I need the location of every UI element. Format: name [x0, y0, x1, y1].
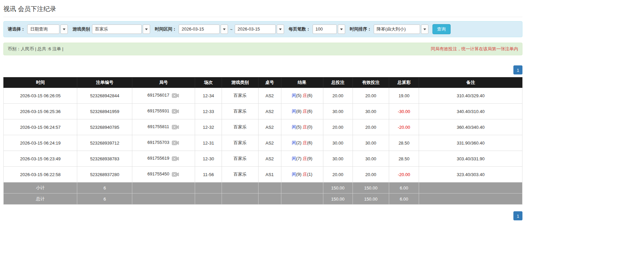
cell-game-type: 百家乐 [222, 151, 258, 167]
cell-payout: 28.50 [389, 135, 419, 151]
subtotal-payout: 6.00 [389, 182, 419, 194]
time-sort-select[interactable]: 降幂(由大到小) [374, 24, 428, 34]
column-header: 游戏类别 [222, 77, 258, 88]
result-banker-label: 庄 [303, 93, 307, 98]
cell-game-type: 百家乐 [222, 88, 258, 104]
date-to-dropdown-button[interactable] [277, 24, 284, 34]
empty-cell [258, 182, 281, 194]
result-player-label: 闲 [292, 172, 296, 177]
cell-bet-id: 523268939712 [77, 135, 132, 151]
grand-total-total-bet: 150.00 [323, 194, 353, 205]
game-type-dropdown-button[interactable] [143, 24, 150, 34]
column-header: 时间 [4, 77, 77, 88]
date-from-dropdown-button[interactable] [221, 24, 228, 34]
grand-total-label: 总计 [4, 194, 77, 205]
time-sort-label: 时间排序： [350, 26, 372, 32]
page-1-button[interactable]: 1 [513, 211, 522, 220]
video-replay-button[interactable] [171, 155, 180, 162]
empty-cell [258, 194, 281, 205]
page-header: 视讯 会员下注纪录 [3, 5, 522, 17]
column-header: 注单编号 [77, 77, 132, 88]
page-1-button[interactable]: 1 [513, 65, 522, 74]
result-banker-score: (6) [307, 140, 312, 145]
query-type-select[interactable]: 日期查询 [27, 24, 68, 34]
video-replay-button[interactable] [171, 108, 180, 115]
result-banker-score: (9) [307, 156, 312, 161]
search-button[interactable]: 查询 [432, 24, 451, 34]
game-type-value: 百家乐 [92, 24, 142, 34]
result-player-score: (8) [296, 109, 302, 114]
cell-result: 闲(5) 庄(0) [281, 119, 323, 135]
column-header: 场次 [195, 77, 222, 88]
page-size-dropdown-button[interactable] [338, 24, 345, 34]
video-replay-button[interactable] [171, 92, 180, 99]
video-replay-button[interactable] [171, 124, 180, 130]
column-header: 总派彩 [389, 77, 419, 88]
query-type-dropdown-button[interactable] [60, 24, 68, 34]
cell-total-bet[interactable]: 30.00 [323, 135, 353, 151]
round-id-text: 691755811 [148, 124, 169, 129]
cell-time: 2026-03-15 06:25:36 [4, 104, 77, 119]
cell-bet-id: 523268937280 [77, 167, 132, 182]
notice-text: 同局有效投注，统一计算在该局第一张注单内 [431, 46, 518, 52]
cell-session: 12-34 [195, 88, 222, 104]
empty-cell [195, 182, 222, 194]
cell-note: 303.40/331.90 [419, 151, 522, 167]
cell-total-bet[interactable]: 30.00 [323, 151, 353, 167]
grand-total-row: 总计 6 150.00 150.00 6.00 [4, 194, 522, 205]
date-range-separator: ~ [230, 27, 233, 32]
cell-table-no: AS2 [258, 88, 281, 104]
video-camera-icon [172, 93, 179, 98]
cell-game-type: 百家乐 [222, 104, 258, 119]
cell-table-no: AS2 [258, 119, 281, 135]
table-row: 2026-03-15 06:24:57 523268940785 6917558… [4, 119, 522, 135]
cell-time: 2026-03-15 06:24:19 [4, 135, 77, 151]
cell-valid-bet: 30.00 [353, 135, 389, 151]
date-from-value: 2026-03-15 [179, 24, 220, 34]
cell-result: 闲(8) 庄(6) [281, 104, 323, 119]
result-player-score: (5) [296, 124, 302, 129]
empty-cell [222, 182, 258, 194]
round-id-text: 691755931 [147, 108, 169, 113]
filter-bar: 请选择： 日期查询 游戏类别 百家乐 时间区间： 2026-03-15 ~ 20… [3, 21, 522, 37]
time-sort-dropdown-button[interactable] [421, 24, 428, 34]
cell-valid-bet: 20.00 [353, 88, 389, 104]
cell-note: 310.40/329.40 [419, 88, 522, 104]
game-type-select[interactable]: 百家乐 [92, 24, 150, 34]
result-player-score: (2) [296, 140, 302, 145]
empty-cell [419, 194, 522, 205]
empty-cell [132, 194, 195, 205]
result-player-score: (5) [296, 93, 302, 98]
cell-round-id: 691755931 [132, 104, 195, 119]
result-banker-label: 庄 [303, 109, 307, 114]
table-row: 2026-03-15 06:23:49 523268938783 6917556… [4, 151, 522, 167]
date-to-picker[interactable]: 2026-03-15 [235, 24, 284, 34]
table-header-row: 时间注单编号局号场次游戏类别桌号结果总投注有效投注总派彩备注 [4, 77, 522, 88]
date-to-value: 2026-03-15 [235, 24, 276, 34]
cell-total-bet[interactable]: 30.00 [323, 104, 353, 119]
empty-cell [222, 194, 258, 205]
table-body: 2026-03-15 06:26:05 523268942844 6917560… [4, 88, 522, 182]
chevron-down-icon [340, 29, 343, 30]
empty-cell [281, 194, 323, 205]
video-camera-icon [172, 140, 179, 146]
result-banker-label: 庄 [303, 124, 307, 129]
pagination-bottom: 1 [3, 211, 522, 220]
video-replay-button[interactable] [171, 171, 180, 178]
subtotal-total-bet: 150.00 [323, 182, 353, 194]
cell-valid-bet: 30.00 [353, 104, 389, 119]
column-header: 总投注 [323, 77, 353, 88]
cell-total-bet[interactable]: 20.00 [323, 119, 353, 135]
cell-time: 2026-03-15 06:26:05 [4, 88, 77, 104]
date-from-picker[interactable]: 2026-03-15 [179, 24, 228, 34]
cell-round-id: 691755619 [132, 151, 195, 167]
page-size-select[interactable]: 100 [313, 24, 345, 34]
video-replay-button[interactable] [171, 140, 180, 146]
round-id-text: 691755619 [147, 156, 169, 161]
cell-total-bet[interactable]: 20.00 [323, 167, 353, 182]
cell-bet-id: 523268942844 [77, 88, 132, 104]
cell-total-bet[interactable]: 20.00 [323, 88, 353, 104]
cell-result: 闲(2) 庄(6) [281, 135, 323, 151]
video-camera-icon [172, 109, 179, 114]
cell-round-id: 691756017 [132, 88, 195, 104]
